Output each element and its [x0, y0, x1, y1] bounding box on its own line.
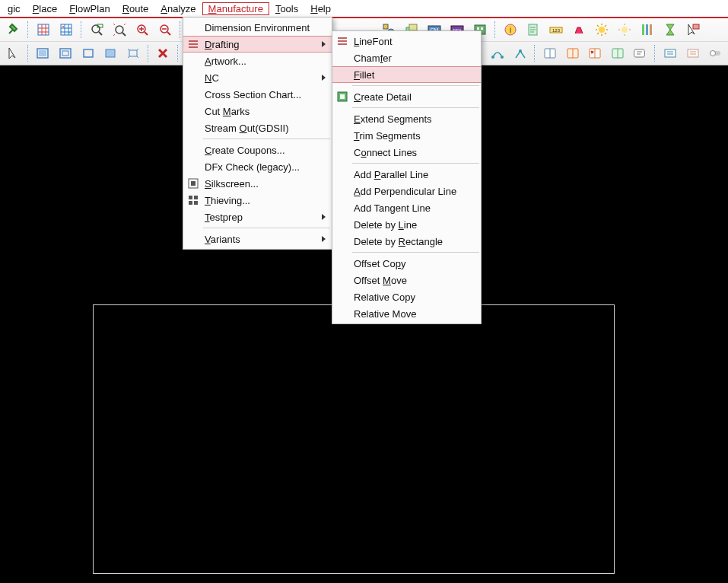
mi-variants[interactable]: Variants [183, 231, 332, 247]
mi-stream-out[interactable]: Stream Out(GDSII) [183, 119, 332, 136]
svg-point-7 [116, 26, 123, 33]
mi-trim-segments[interactable]: Trim Segments [332, 127, 481, 144]
tool-hourglass[interactable] [660, 20, 681, 40]
mi-nc[interactable]: NC [183, 69, 332, 86]
mi-add-parallel[interactable]: Add Parallel Line [332, 166, 481, 183]
spread-a[interactable] [660, 43, 681, 63]
svg-text:123: 123 [552, 28, 561, 33]
mi-delete-by-rect[interactable]: Delete by Rectangle [332, 233, 481, 250]
menu-route[interactable]: Route [116, 2, 155, 15]
boxfill-icon [103, 46, 117, 60]
sel-box[interactable] [78, 43, 99, 63]
manufacture-menu: Dimension Environment Drafting Artwork..… [183, 17, 332, 250]
mi-relative-move[interactable]: Relative Move [332, 305, 481, 322]
mi-linefont[interactable]: LineFont [332, 33, 481, 49]
book-c[interactable] [584, 43, 606, 63]
zoom-in-button[interactable] [132, 20, 153, 40]
book-b[interactable] [562, 43, 583, 63]
mi-drafting[interactable]: Drafting [183, 36, 332, 53]
sel-panel[interactable] [33, 43, 54, 63]
spread-a-icon [663, 46, 677, 60]
mi-offset-move[interactable]: Offset Move [332, 272, 481, 288]
svg-point-64 [711, 51, 716, 56]
sun-icon [595, 23, 609, 37]
menu-gic[interactable]: gic [2, 2, 27, 15]
mi-connect-lines[interactable]: Connect Lines [332, 144, 481, 161]
sel-frame[interactable] [55, 43, 76, 63]
mi-delete-by-line[interactable]: Delete by Line [332, 216, 481, 233]
tool-cursor-flag[interactable] [682, 20, 704, 40]
tool-ruler[interactable]: 123 [545, 20, 567, 40]
mi-create-detail[interactable]: Create Detail [332, 88, 481, 105]
mi-silkscreen[interactable]: Silkscreen... [183, 175, 332, 192]
grid2-button[interactable] [56, 20, 77, 40]
zoom-window-button[interactable] [86, 20, 107, 40]
mi-cross-section[interactable]: Cross Section Chart... [183, 86, 332, 103]
mi-add-tangent[interactable]: Add Tangent Line [332, 199, 481, 216]
route-branch[interactable] [510, 43, 531, 63]
svg-rect-62 [688, 49, 698, 57]
menu-separator [203, 139, 330, 139]
menu-separator [352, 107, 479, 108]
toggle-icon [708, 46, 722, 60]
mi-testprep[interactable]: Testprep [183, 209, 332, 225]
menu-flowplan[interactable]: FlowPlan [63, 2, 116, 15]
svg-line-36 [605, 25, 606, 27]
svg-rect-45 [650, 24, 652, 35]
svg-rect-70 [194, 201, 198, 205]
zoom-out-button[interactable] [154, 20, 176, 40]
mi-relative-copy[interactable]: Relative Copy [332, 288, 481, 305]
grid-button[interactable] [33, 20, 54, 40]
mi-create-coupons[interactable]: Create Coupons... [183, 142, 332, 158]
expand-icon [126, 46, 140, 60]
tool-bars[interactable] [637, 20, 658, 40]
sel-fill[interactable] [100, 43, 121, 63]
menu-help[interactable]: Help [304, 2, 337, 15]
hourglass-icon [663, 23, 677, 37]
pin-button[interactable] [2, 20, 24, 40]
tool-highlight[interactable] [568, 20, 590, 40]
mi-add-perpendicular[interactable]: Add Perpendicular Line [332, 183, 481, 199]
mi-cut-marks[interactable]: Cut Marks [183, 103, 332, 119]
menu-separator [352, 85, 479, 86]
menu-separator [352, 252, 479, 253]
del-button[interactable] [153, 43, 174, 63]
mi-dfx-check[interactable]: DFx Check (legacy)... [183, 158, 332, 175]
tool-sun2[interactable] [614, 20, 635, 40]
mi-dimension-env[interactable]: Dimension Environment [183, 19, 332, 36]
svg-point-4 [92, 25, 100, 33]
sel-expand[interactable] [122, 43, 144, 63]
mi-fillet[interactable]: Fillet [332, 66, 481, 83]
mi-chamfer[interactable]: Chamfer [332, 49, 481, 66]
highlight-icon [572, 23, 586, 37]
tool-info[interactable]: i [500, 20, 521, 40]
grid2-icon [59, 23, 73, 37]
svg-line-5 [99, 32, 102, 35]
mi-offset-copy[interactable]: Offset Copy [332, 255, 481, 272]
pointer-button[interactable] [2, 43, 24, 63]
spread-b[interactable] [682, 43, 704, 63]
svg-rect-53 [129, 50, 137, 56]
menu-tools[interactable]: Tools [269, 2, 304, 15]
mi-extend-segments[interactable]: Extend Segments [332, 110, 481, 127]
script-button[interactable] [630, 43, 651, 63]
svg-rect-52 [106, 49, 115, 57]
svg-rect-66 [191, 181, 196, 186]
mi-thieving[interactable]: Thieving... [183, 192, 332, 209]
book-a-icon [543, 46, 557, 60]
grid-icon [37, 23, 50, 37]
menu-place[interactable]: Place [27, 2, 64, 15]
net-icon [491, 46, 504, 60]
toggle-button[interactable] [704, 43, 726, 63]
menu-analyze[interactable]: Analyze [154, 2, 202, 15]
tool-report[interactable] [523, 20, 544, 40]
book-d[interactable] [607, 43, 628, 63]
route-net[interactable] [487, 43, 508, 63]
drafting-submenu: LineFont Chamfer Fillet Create Detail Ex… [332, 30, 482, 324]
mi-artwork[interactable]: Artwork... [183, 53, 332, 69]
menu-manufacture[interactable]: Manufacture [202, 2, 269, 15]
zoom-fit-button[interactable] [109, 20, 130, 40]
svg-rect-22 [477, 27, 479, 30]
book-a[interactable] [539, 43, 561, 63]
tool-sun1[interactable] [591, 20, 612, 40]
